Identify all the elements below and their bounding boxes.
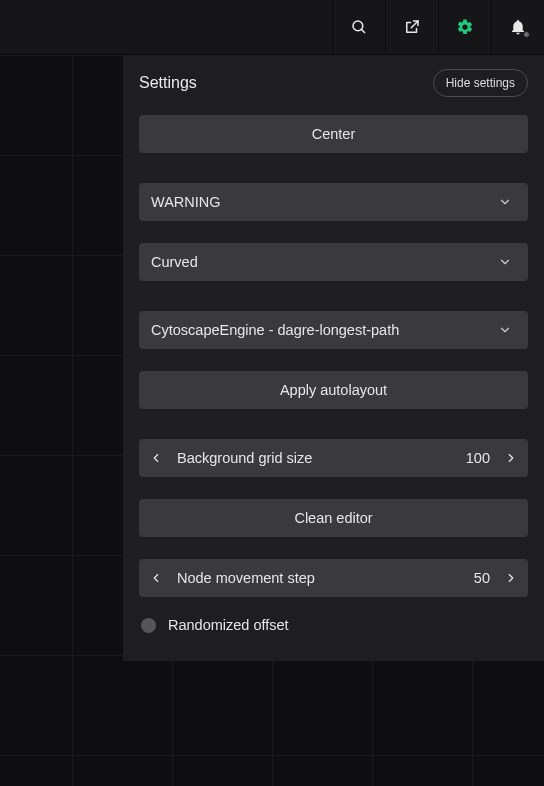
- open-external-button[interactable]: [385, 0, 438, 54]
- log-level-select[interactable]: WARNING: [139, 183, 528, 221]
- chevron-down-icon: [494, 319, 516, 341]
- search-button[interactable]: [332, 0, 385, 54]
- edge-style-select[interactable]: Curved: [139, 243, 528, 281]
- grid-size-value: 100: [466, 450, 490, 466]
- apply-autolayout-button[interactable]: Apply autolayout: [139, 371, 528, 409]
- chevron-right-icon[interactable]: [500, 447, 522, 469]
- chevron-right-icon[interactable]: [500, 567, 522, 589]
- notification-indicator: [523, 31, 530, 38]
- clean-editor-button[interactable]: Clean editor: [139, 499, 528, 537]
- notifications-button[interactable]: [491, 0, 544, 54]
- settings-header: Settings Hide settings: [139, 69, 528, 97]
- node-step-value: 50: [474, 570, 490, 586]
- chevron-down-icon: [494, 191, 516, 213]
- layout-engine-select[interactable]: CytoscapeEngine - dagre-longest-path: [139, 311, 528, 349]
- chevron-left-icon[interactable]: [145, 447, 167, 469]
- search-icon: [350, 18, 368, 36]
- top-toolbar: [0, 0, 544, 55]
- grid-size-stepper[interactable]: Background grid size 100: [139, 439, 528, 477]
- settings-title: Settings: [139, 74, 197, 92]
- settings-button[interactable]: [438, 0, 491, 54]
- external-link-icon: [403, 18, 421, 36]
- randomized-offset-toggle[interactable]: Randomized offset: [139, 617, 528, 633]
- settings-panel: Settings Hide settings Center WARNING Cu…: [123, 55, 544, 661]
- chevron-down-icon: [494, 251, 516, 273]
- chevron-left-icon[interactable]: [145, 567, 167, 589]
- layout-engine-value: CytoscapeEngine - dagre-longest-path: [151, 322, 399, 338]
- node-step-stepper[interactable]: Node movement step 50: [139, 559, 528, 597]
- svg-point-0: [353, 21, 363, 31]
- grid-size-label: Background grid size: [177, 450, 312, 466]
- randomized-offset-label: Randomized offset: [168, 617, 289, 633]
- svg-line-1: [361, 29, 365, 33]
- center-button[interactable]: Center: [139, 115, 528, 153]
- node-step-label: Node movement step: [177, 570, 315, 586]
- edge-style-value: Curved: [151, 254, 198, 270]
- radio-indicator: [141, 618, 156, 633]
- hide-settings-button[interactable]: Hide settings: [433, 69, 528, 97]
- gear-icon: [456, 18, 474, 36]
- log-level-value: WARNING: [151, 194, 221, 210]
